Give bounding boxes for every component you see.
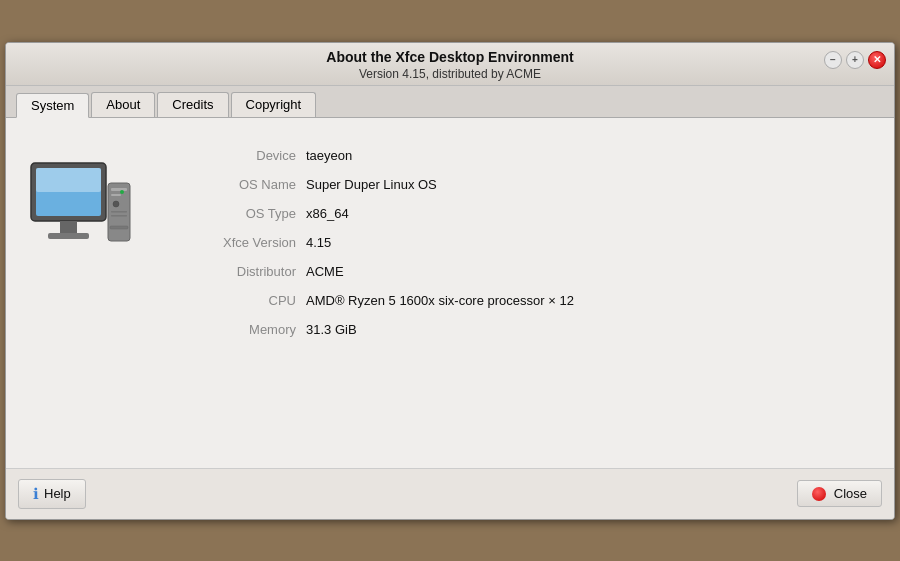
memory-value: 31.3 GiB: [306, 322, 357, 337]
footer: ℹ Help Close: [6, 468, 894, 519]
main-window: About the Xfce Desktop Environment Versi…: [5, 42, 895, 520]
computer-icon: [26, 158, 136, 272]
system-info-panel: Device taeyeon OS Name Super Duper Linux…: [26, 138, 864, 351]
svg-point-12: [120, 190, 124, 194]
table-row: CPU AMD® Ryzen 5 1600x six-core processo…: [156, 293, 864, 308]
tab-bar: System About Credits Copyright: [6, 86, 894, 118]
help-icon: ℹ: [33, 485, 39, 503]
distributor-value: ACME: [306, 264, 344, 279]
svg-rect-2: [36, 168, 101, 192]
svg-rect-6: [111, 188, 127, 191]
table-row: OS Name Super Duper Linux OS: [156, 177, 864, 192]
help-label: Help: [44, 486, 71, 501]
info-table: Device taeyeon OS Name Super Duper Linux…: [156, 148, 864, 351]
close-footer-button[interactable]: Close: [797, 480, 882, 507]
ostype-value: x86_64: [306, 206, 349, 221]
device-label: Device: [156, 148, 296, 163]
window-controls: − + ✕: [824, 51, 886, 69]
osname-label: OS Name: [156, 177, 296, 192]
help-button[interactable]: ℹ Help: [18, 479, 86, 509]
close-button[interactable]: ✕: [868, 51, 886, 69]
distributor-label: Distributor: [156, 264, 296, 279]
content-area: Device taeyeon OS Name Super Duper Linux…: [6, 118, 894, 468]
minimize-button[interactable]: −: [824, 51, 842, 69]
table-row: OS Type x86_64: [156, 206, 864, 221]
table-row: Xfce Version 4.15: [156, 235, 864, 250]
maximize-button[interactable]: +: [846, 51, 864, 69]
svg-rect-4: [48, 233, 89, 239]
tab-about[interactable]: About: [91, 92, 155, 117]
tab-credits[interactable]: Credits: [157, 92, 228, 117]
close-label: Close: [834, 486, 867, 501]
svg-rect-3: [60, 221, 77, 233]
svg-point-8: [113, 201, 119, 207]
window-title: About the Xfce Desktop Environment: [326, 49, 573, 65]
table-row: Device taeyeon: [156, 148, 864, 163]
xfce-version-value: 4.15: [306, 235, 331, 250]
table-row: Memory 31.3 GiB: [156, 322, 864, 337]
table-row: Distributor ACME: [156, 264, 864, 279]
tab-system[interactable]: System: [16, 93, 89, 118]
device-value: taeyeon: [306, 148, 352, 163]
svg-rect-10: [111, 215, 127, 217]
svg-rect-11: [110, 226, 128, 229]
close-footer-icon: [812, 487, 826, 501]
svg-rect-9: [111, 211, 127, 213]
memory-label: Memory: [156, 322, 296, 337]
svg-rect-7: [111, 194, 121, 196]
ostype-label: OS Type: [156, 206, 296, 221]
tab-copyright[interactable]: Copyright: [231, 92, 317, 117]
cpu-value: AMD® Ryzen 5 1600x six-core processor × …: [306, 293, 574, 308]
osname-value: Super Duper Linux OS: [306, 177, 437, 192]
xfce-version-label: Xfce Version: [156, 235, 296, 250]
window-subtitle: Version 4.15, distributed by ACME: [359, 67, 541, 81]
cpu-label: CPU: [156, 293, 296, 308]
titlebar: About the Xfce Desktop Environment Versi…: [6, 43, 894, 86]
